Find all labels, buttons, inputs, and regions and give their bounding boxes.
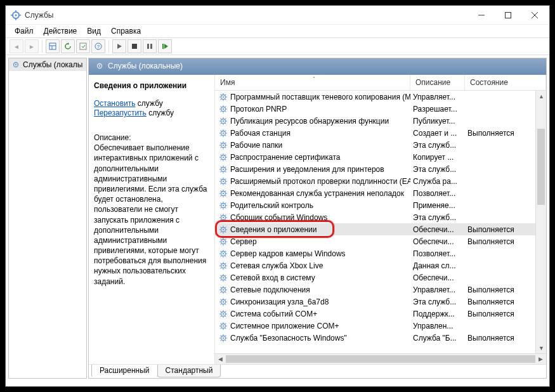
- service-row[interactable]: Системное приложение COM+Управлен...: [215, 320, 535, 332]
- service-desc-cell: Управляет...: [410, 93, 465, 101]
- svg-line-30: [221, 94, 221, 95]
- service-row[interactable]: Рабочие папкиЭта служб...: [215, 139, 535, 151]
- scroll-left-icon[interactable]: ◀: [215, 354, 226, 365]
- svg-line-233: [225, 335, 226, 336]
- service-name-cell: Синхронизация узла_6a7d8: [215, 297, 410, 306]
- svg-line-120: [221, 202, 221, 203]
- column-name[interactable]: Имя˄: [215, 75, 410, 90]
- service-row[interactable]: Рекомендованная служба устранения непола…: [215, 187, 535, 199]
- tree-pane[interactable]: Службы (локалы: [8, 58, 87, 379]
- gear-icon: [219, 334, 228, 343]
- svg-line-92: [221, 171, 221, 172]
- restart-button[interactable]: [158, 39, 172, 53]
- service-name-cell: Служба "Безопасность Windows": [215, 334, 410, 343]
- svg-point-105: [223, 192, 224, 193]
- service-name: Сведения о приложении: [230, 225, 317, 234]
- service-name-cell: Системное приложение COM+: [215, 322, 410, 330]
- service-desc-cell: Эта служб...: [410, 165, 465, 174]
- service-row[interactable]: Служба "Безопасность Windows"Служба "Б..…: [215, 332, 535, 344]
- menu-action[interactable]: Действие: [39, 25, 82, 37]
- service-row[interactable]: Система событий COM+Поддержк...Выполняет…: [215, 308, 535, 320]
- service-row[interactable]: Сетевой вход в системуОбеспечи...: [215, 271, 535, 284]
- service-row[interactable]: Распространение сертификатаКопирует ...: [215, 151, 535, 163]
- scroll-right-icon[interactable]: ▶: [535, 354, 546, 365]
- column-description[interactable]: Описание: [410, 75, 465, 90]
- restart-link[interactable]: Перезапустить: [94, 108, 147, 117]
- service-name-cell: Родительский контроль: [215, 201, 410, 210]
- refresh-button[interactable]: [61, 39, 75, 53]
- service-row[interactable]: Сетевые подключенияУправляет...Выполняет…: [215, 284, 535, 296]
- tab-extended[interactable]: Расширенный: [91, 365, 158, 377]
- pause-button[interactable]: [143, 39, 157, 53]
- help-button[interactable]: ?: [91, 39, 105, 53]
- service-row[interactable]: Синхронизация узла_6a7d8Эта служб...Выпо…: [215, 296, 535, 308]
- service-row[interactable]: СерверОбеспечи...Выполняется: [215, 235, 535, 247]
- scroll-down-icon[interactable]: ▼: [536, 343, 546, 353]
- tree-node-services[interactable]: Службы (локалы: [9, 58, 86, 71]
- scroll-up-icon[interactable]: ▲: [536, 91, 546, 101]
- export-button[interactable]: [76, 39, 90, 53]
- close-button[interactable]: [521, 6, 548, 24]
- list-area: Программный поставщик теневого копирован…: [215, 91, 546, 353]
- start-button[interactable]: [112, 39, 126, 53]
- svg-line-191: [225, 292, 226, 292]
- svg-point-225: [223, 337, 224, 338]
- vertical-scrollbar[interactable]: ▲ ▼: [535, 91, 546, 353]
- stop-button[interactable]: [127, 39, 141, 53]
- service-row[interactable]: Родительский контрольПрименяе...: [215, 199, 535, 211]
- details-button[interactable]: [46, 39, 60, 53]
- forward-button[interactable]: ►: [25, 39, 39, 53]
- svg-line-130: [221, 214, 221, 215]
- service-row[interactable]: Сетевая служба Xbox LiveДанная сл...: [215, 259, 535, 271]
- svg-line-42: [221, 111, 221, 112]
- svg-line-181: [225, 280, 226, 280]
- menu-file[interactable]: Файл: [10, 25, 39, 37]
- service-desc-cell: Данная сл...: [410, 261, 465, 270]
- service-desc-cell: Создает и ...: [410, 129, 465, 138]
- menu-help[interactable]: Справка: [106, 25, 146, 37]
- svg-line-53: [225, 118, 226, 119]
- titlebar: Службы: [6, 6, 549, 25]
- gear-icon: [219, 129, 228, 138]
- scroll-thumb[interactable]: [226, 355, 535, 363]
- list-header: Имя˄ Описание Состояние: [215, 75, 546, 91]
- service-name: Публикация ресурсов обнаружения функции: [230, 117, 389, 126]
- back-button[interactable]: ◄: [10, 39, 23, 53]
- service-row[interactable]: Сервер кадров камеры WindowsПозволяет...: [215, 247, 535, 259]
- svg-line-182: [221, 280, 221, 280]
- service-row[interactable]: Рабочая станцияСоздает и ...Выполняется: [215, 127, 535, 139]
- svg-line-61: [225, 135, 226, 136]
- svg-text:?: ?: [97, 44, 100, 49]
- list-body[interactable]: Программный поставщик теневого копирован…: [215, 91, 535, 353]
- service-row[interactable]: Сборщик событий WindowsЭта служб...: [215, 211, 535, 223]
- svg-rect-17: [147, 44, 149, 49]
- minimize-button[interactable]: [468, 6, 495, 24]
- tab-standard[interactable]: Стандартный: [157, 365, 221, 377]
- scroll-thumb[interactable]: [537, 129, 545, 205]
- svg-line-70: [221, 142, 221, 143]
- stop-link[interactable]: Остановить: [94, 99, 136, 108]
- column-state[interactable]: Состояние: [465, 75, 546, 90]
- horizontal-scrollbar[interactable]: ◀ ▶: [215, 353, 546, 364]
- service-row[interactable]: Расширяемый протокол проверки подлинност…: [215, 175, 535, 187]
- service-row[interactable]: Протокол PNRPРазрешает...: [215, 103, 535, 115]
- service-name-cell: Публикация ресурсов обнаружения функции: [215, 117, 410, 126]
- gear-icon: [219, 322, 228, 330]
- service-name: Родительский контроль: [230, 201, 313, 210]
- svg-line-82: [221, 159, 221, 160]
- service-desc-cell: Применяе...: [410, 201, 465, 210]
- gear-icon: [219, 177, 228, 186]
- maximize-button[interactable]: [495, 6, 521, 24]
- gear-icon: [219, 153, 228, 162]
- service-row[interactable]: Программный поставщик теневого копирован…: [215, 91, 535, 103]
- service-name-cell: Сервер: [215, 237, 410, 246]
- window-title: Службы: [25, 11, 468, 20]
- svg-point-55: [223, 132, 224, 133]
- service-state-cell: Выполняется: [465, 129, 535, 138]
- service-row[interactable]: Расширения и уведомления для принтеровЭт…: [215, 163, 535, 175]
- service-row[interactable]: Публикация ресурсов обнаружения функцииП…: [215, 115, 535, 127]
- svg-line-112: [221, 195, 221, 196]
- menu-view[interactable]: Вид: [82, 25, 106, 37]
- service-row[interactable]: Сведения о приложенииОбеспечи...Выполняе…: [215, 223, 535, 235]
- svg-point-21: [15, 64, 16, 65]
